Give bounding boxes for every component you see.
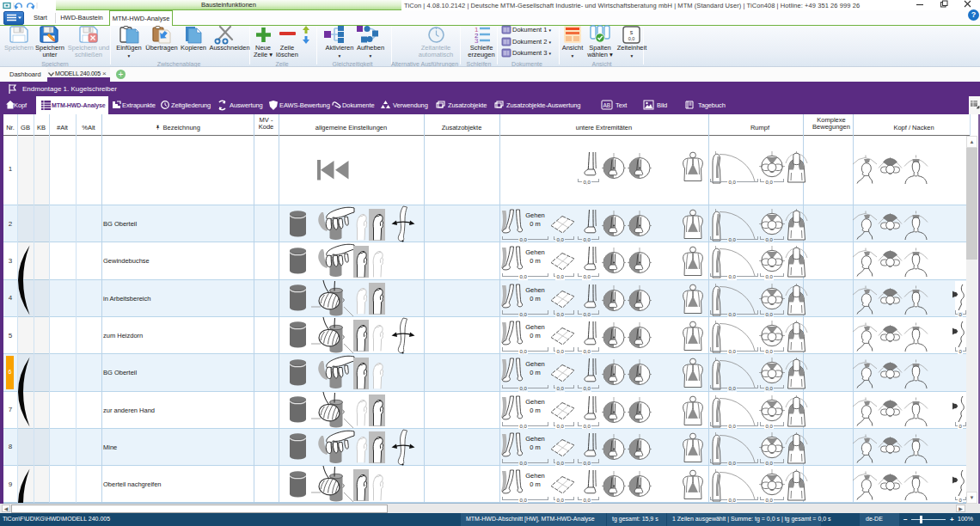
svg-text:s: s	[630, 29, 634, 35]
svg-text:0,0: 0,0	[628, 36, 635, 41]
svg-text:AB: AB	[603, 102, 611, 108]
